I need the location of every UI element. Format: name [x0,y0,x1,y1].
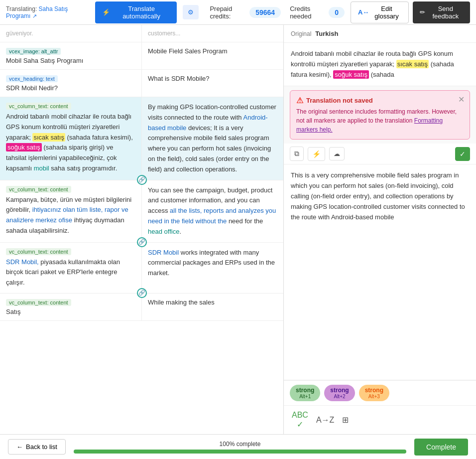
copy-button[interactable]: ⧉ [290,147,304,161]
source-text: Android tabanlı mobil cihazlar ile routa… [6,112,135,174]
translating-label: Translating: Saha Satış Programı ↗ [6,5,89,19]
send-feedback-label: Send feedback [428,5,463,20]
translate-automatically-button[interactable]: ⚡ Translate automatically [95,1,177,23]
edit-glossary-button[interactable]: A↔ Edit glossary [351,1,409,23]
glossary-icon: A↔ [358,8,369,16]
highlight-soguk-satis: soğuk satış [333,70,369,79]
source-text: Mobil Saha Satış Programı [6,57,135,64]
bolt-icon: ⚡ [102,8,110,16]
confirm-translation-button[interactable]: ✓ [455,147,470,161]
table-row: güveniyor. customers... [0,25,283,42]
source-text: SDR Mobil Nedir? [6,84,135,92]
source-tag: vc_column_text: content [6,299,71,306]
source-tag: vcex_image: alt_attr [6,48,61,55]
translate-icon-button[interactable]: A→Z [314,414,336,427]
complete-button[interactable]: Complete [414,439,468,456]
credits-needed-label: Credits needed [290,5,325,20]
source-text: Kampanya, bütçe, ürün ve müşteri bilgile… [6,195,135,236]
pencil-icon: ✏ [420,8,425,16]
external-link-icon: ↗ [32,13,37,19]
footer: ← Back to list 100% complete Complete [0,434,476,459]
translation-not-saved-banner: ⚠ Translation not saved The original sen… [290,90,470,140]
prepaid-credits-value: 59664 [249,7,281,18]
target-text: You can see the campaign, budget, produc… [148,185,277,237]
progress-section: 100% complete [74,441,406,454]
translating-prefix: Translating: [6,5,37,12]
source-tag: vc_column_text: content [6,186,71,193]
auto-translate-button[interactable]: ⚡ [308,147,325,161]
translate-btn-label: Translate automatically [113,5,170,20]
back-to-list-button[interactable]: ← Back to list [8,439,66,455]
grid-icon: ⊞ [342,416,349,424]
lang-label: Turkish [315,30,338,37]
table-row[interactable]: vcex_image: alt_attr Mobil Saha Satış Pr… [0,42,283,70]
target-text: SDR Mobil works integrated with many com… [148,248,277,279]
target-cell: What is SDR Mobile? [142,70,283,97]
translation-toolbar: ⧉ ⚡ ☁ ✓ [284,144,476,164]
settings-button[interactable]: ⚙ [183,5,199,19]
glossary-tag-2-label: strong [330,387,349,394]
source-text: SDR Mobil, piyasada kullanılmakta olan b… [6,257,135,288]
progress-bar-fill [74,450,406,454]
source-cell: güveniyor. [0,25,142,42]
error-text: The original sentence includes formattin… [296,107,464,134]
target-text: By making GPS location-controlled custom… [148,102,277,175]
glossary-tag-2-shortcut: Alt+2 [330,394,349,399]
error-close-button[interactable]: ✕ [458,95,465,104]
glossary-tag-2[interactable]: strong Alt+2 [324,385,355,401]
translation-text-area[interactable]: This is a very comprehensive mobile fiel… [284,164,476,380]
target-cell: You can see the campaign, budget, produc… [142,180,283,242]
bottom-toolbar: ABC✓ A→Z ⊞ [284,405,476,434]
more-options-button[interactable]: ⊞ [340,413,351,427]
checkmark-icon: ✓ [460,150,466,158]
table-row[interactable]: vc_column_text: content Android tabanlı … [0,97,283,180]
highlight-sicak-satis: sıcak satış [396,60,429,68]
credits-needed-value: 0 [329,7,345,18]
table-row[interactable]: vcex_heading: text SDR Mobil Nedir? What… [0,70,283,97]
target-text: While making the sales [148,299,277,306]
source-tag: vcex_heading: text [6,75,58,82]
link-icon[interactable]: 🔗 [137,288,147,298]
glossary-tag-1-shortcut: Alt+1 [296,394,314,399]
copy-icon: ⧉ [294,150,299,157]
spellcheck-button[interactable]: ABC✓ [290,409,310,431]
header: Translating: Saha Satış Programı ↗ ⚡ Tra… [0,0,476,25]
target-cell: While making the sales [142,294,283,320]
header-actions: A↔ Edit glossary ✏ Send feedback [351,1,470,23]
target-cell: SDR Mobil works integrated with many com… [142,243,283,293]
complete-label: Complete [426,443,456,451]
original-header: Original Turkish [284,25,476,43]
original-label: Original [291,30,311,37]
translation-text: This is a very comprehensive mobile fiel… [291,171,465,220]
source-tag: vc_column_text: content [6,248,71,255]
target-cell: By making GPS location-controlled custom… [142,97,283,180]
edit-glossary-label: Edit glossary [372,5,401,20]
table-row[interactable]: vc_column_text: content SDR Mobil, piyas… [0,243,283,294]
progress-label: 100% complete [74,441,406,448]
error-icon: ⚠ [296,96,303,105]
link-icon[interactable]: 🔗 [137,175,147,185]
original-text: Android tabanlı mobil cihazlar ile routa… [284,43,476,86]
spellcheck-icon: ABC✓ [292,411,308,429]
credits-section: Prepaid credits: 59664 Credits needed 0 [210,5,345,20]
cloud-button[interactable]: ☁ [329,147,345,160]
back-label: Back to list [26,443,57,451]
prepaid-credits-label: Prepaid credits: [210,5,245,20]
source-cell: vc_column_text: content SDR Mobil, piyas… [0,243,142,293]
translate-icon: A→Z [316,416,334,424]
target-cell: Mobile Field Sales Program [142,42,283,69]
translation-list: güveniyor. customers... vcex_image: alt_… [0,25,284,434]
glossary-tag-3[interactable]: strong Alt+3 [359,385,389,401]
source-tag: vc_column_text: content [6,103,71,110]
gear-icon: ⚙ [188,8,194,16]
glossary-tag-3-shortcut: Alt+3 [365,394,383,399]
send-feedback-button[interactable]: ✏ Send feedback [413,1,470,23]
table-row[interactable]: vc_column_text: content Kampanya, bütçe,… [0,180,283,243]
link-icon[interactable]: 🔗 [137,237,147,247]
target-cell: customers... [142,25,283,42]
glossary-tag-1[interactable]: strong Alt+1 [290,385,320,401]
bolt-icon: ⚡ [312,150,321,158]
glossary-tag-1-label: strong [296,387,314,394]
source-cell: vcex_heading: text SDR Mobil Nedir? [0,70,142,97]
source-text: Satış [6,308,135,315]
